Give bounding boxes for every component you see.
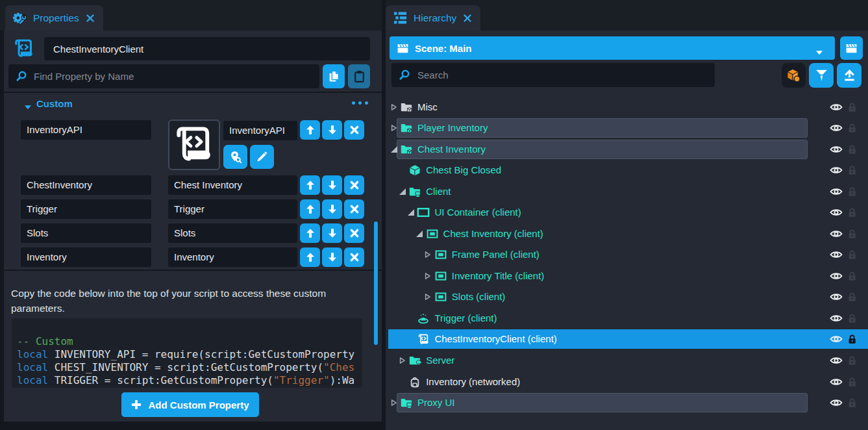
- expand-arrow-icon[interactable]: [424, 245, 432, 264]
- lock-icon[interactable]: [847, 160, 857, 180]
- section-menu-button[interactable]: [352, 101, 368, 105]
- tree-row[interactable]: Slots (client): [386, 287, 868, 307]
- pencil-icon: [255, 150, 269, 164]
- tree-row[interactable]: Proxy UI: [386, 393, 868, 412]
- property-name-field[interactable]: Inventory: [21, 247, 151, 267]
- expand-arrow-icon[interactable]: [424, 266, 432, 286]
- expand-arrow-icon[interactable]: [398, 351, 406, 370]
- move-up-button[interactable]: [300, 199, 320, 219]
- lock-icon[interactable]: [847, 329, 857, 349]
- lock-icon[interactable]: [847, 309, 857, 328]
- script-name-field[interactable]: ChestInventoryClient: [44, 37, 370, 60]
- tree-row[interactable]: Chest Big Closed: [386, 160, 868, 180]
- lock-icon[interactable]: [847, 287, 857, 307]
- lock-icon[interactable]: [847, 182, 857, 201]
- property-name-field[interactable]: Trigger: [21, 199, 151, 219]
- property-value-field[interactable]: Chest Inventory: [168, 175, 297, 195]
- move-down-button[interactable]: [322, 223, 342, 243]
- move-down-button[interactable]: [322, 120, 342, 140]
- tree-row[interactable]: Inventory Title (client): [386, 266, 868, 286]
- visibility-eye-icon[interactable]: [830, 245, 843, 264]
- collapse-arrow-icon[interactable]: [415, 224, 424, 244]
- expand-arrow-icon[interactable]: [390, 97, 398, 117]
- tree-row[interactable]: Server: [386, 351, 868, 370]
- property-value-field[interactable]: Inventory: [168, 247, 297, 267]
- move-up-button[interactable]: [300, 175, 320, 195]
- expand-arrow-icon[interactable]: [390, 118, 398, 138]
- tree-row[interactable]: Chest Inventory: [386, 140, 868, 159]
- visibility-eye-icon[interactable]: [830, 351, 843, 370]
- move-down-button[interactable]: [322, 199, 342, 219]
- visibility-eye-icon[interactable]: [830, 160, 843, 180]
- property-name-field[interactable]: ChestInventory: [21, 175, 151, 195]
- delete-property-button[interactable]: [344, 223, 364, 243]
- lock-icon[interactable]: [847, 97, 857, 117]
- code-snippet-block: -- Customlocal INVENTORY_API = require(s…: [12, 318, 362, 388]
- delete-property-button[interactable]: [344, 120, 364, 140]
- delete-property-button[interactable]: [344, 199, 364, 219]
- tree-row[interactable]: Chest Inventory (client): [386, 224, 868, 244]
- move-down-button[interactable]: [322, 247, 342, 267]
- ui-panel-icon: [426, 224, 439, 244]
- property-name-field[interactable]: InventoryAPI: [21, 120, 151, 140]
- property-search-input[interactable]: Find Property by Name: [8, 64, 319, 88]
- collapse-arrow-icon[interactable]: [406, 203, 415, 222]
- expand-arrow-icon[interactable]: [390, 393, 398, 412]
- properties-scrollbar[interactable]: [374, 221, 378, 345]
- lock-icon[interactable]: [847, 266, 857, 286]
- property-value-field[interactable]: Trigger: [168, 199, 297, 219]
- visibility-eye-icon[interactable]: [830, 182, 843, 201]
- visibility-eye-icon[interactable]: [830, 140, 843, 159]
- lock-icon[interactable]: [847, 203, 857, 222]
- tree-row[interactable]: Frame Panel (client): [386, 245, 868, 264]
- find-asset-button[interactable]: [223, 145, 247, 169]
- visibility-eye-icon[interactable]: [830, 329, 843, 349]
- delete-property-button[interactable]: [344, 175, 364, 195]
- lock-icon[interactable]: [847, 140, 857, 159]
- tree-row[interactable]: Misc: [386, 97, 868, 117]
- property-name-field[interactable]: Slots: [21, 223, 151, 243]
- property-value-field[interactable]: InventoryAPI: [223, 121, 297, 140]
- add-custom-property-button[interactable]: Add Custom Property: [121, 392, 259, 417]
- tree-row[interactable]: UI Container (client): [386, 203, 868, 222]
- tree-row[interactable]: ChestInventoryClient (client): [386, 329, 868, 349]
- visibility-eye-icon[interactable]: [830, 203, 843, 222]
- edit-asset-button[interactable]: [250, 145, 274, 169]
- close-icon[interactable]: [86, 14, 95, 23]
- expand-arrow-icon[interactable]: [424, 287, 432, 307]
- visibility-eye-icon[interactable]: [830, 97, 843, 117]
- section-collapse-caret[interactable]: [24, 101, 32, 112]
- visibility-eye-icon[interactable]: [830, 118, 843, 138]
- delete-property-button[interactable]: [344, 247, 364, 267]
- collapse-arrow-icon[interactable]: [398, 182, 406, 201]
- lock-icon[interactable]: [847, 245, 857, 264]
- copy-properties-button[interactable]: [323, 64, 345, 88]
- collapse-arrow-icon[interactable]: [390, 140, 398, 159]
- lock-icon[interactable]: [847, 351, 857, 370]
- paste-properties-button[interactable]: [348, 64, 370, 88]
- tab-properties[interactable]: Properties: [5, 5, 103, 31]
- tree-row[interactable]: Player Inventory: [386, 118, 868, 138]
- lock-icon[interactable]: [847, 118, 857, 138]
- move-up-button[interactable]: [300, 120, 320, 140]
- lock-icon[interactable]: [847, 393, 857, 412]
- move-down-button[interactable]: [322, 175, 342, 195]
- folder-monitor-icon: [408, 182, 421, 201]
- visibility-eye-icon[interactable]: [830, 372, 843, 392]
- tree-row[interactable]: Inventory (networked): [386, 372, 868, 392]
- move-up-button[interactable]: [300, 247, 320, 267]
- lock-icon[interactable]: [847, 372, 857, 392]
- visibility-eye-icon[interactable]: [830, 393, 843, 412]
- lock-icon[interactable]: [847, 224, 857, 244]
- visibility-eye-icon[interactable]: [830, 224, 843, 244]
- custom-properties-info: Copy the code below into the top of your…: [11, 286, 369, 316]
- asset-thumbnail[interactable]: [168, 120, 220, 170]
- property-value-field[interactable]: Slots: [168, 223, 297, 243]
- tree-row[interactable]: Client: [386, 182, 868, 201]
- visibility-eye-icon[interactable]: [830, 309, 843, 328]
- tree-item-label: Frame Panel (client): [452, 245, 539, 264]
- move-up-button[interactable]: [300, 223, 320, 243]
- tree-row[interactable]: Trigger (client): [386, 309, 868, 328]
- visibility-eye-icon[interactable]: [830, 266, 843, 286]
- visibility-eye-icon[interactable]: [830, 287, 843, 307]
